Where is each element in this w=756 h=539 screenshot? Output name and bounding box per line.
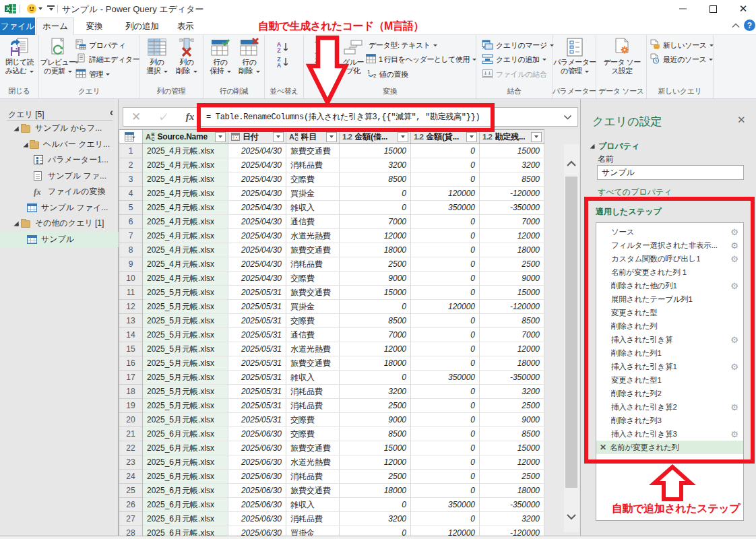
grid-cell[interactable]: 2025/05/31: [228, 342, 286, 356]
grid-cell[interactable]: 2025/04/30: [228, 243, 286, 257]
row-number-cell[interactable]: 25: [119, 484, 143, 498]
grid-cell[interactable]: 9000: [340, 272, 411, 286]
grid-cell[interactable]: 8500: [340, 427, 411, 441]
row-number-cell[interactable]: 11: [119, 286, 143, 300]
tab-view[interactable]: 表示: [170, 18, 201, 35]
query-name-input[interactable]: [597, 165, 744, 180]
grid-cell[interactable]: 2025_5月元帳.xlsx: [143, 385, 228, 399]
advanced-editor-button[interactable]: 詳細エディター: [75, 54, 139, 65]
grid-cell[interactable]: 2025/04/30: [228, 144, 286, 158]
combine-files-button[interactable]: ファイルの結合: [482, 69, 547, 80]
grid-cell[interactable]: 2025/04/30: [228, 257, 286, 272]
grid-cell[interactable]: 雑収入: [286, 371, 340, 385]
column-filter-icon[interactable]: [398, 132, 408, 142]
grid-cell[interactable]: 0: [411, 215, 480, 229]
column-filter-icon[interactable]: [326, 132, 337, 142]
grid-cell[interactable]: 旅費交通費: [286, 144, 340, 158]
grid-cell[interactable]: 0: [411, 144, 480, 158]
grid-cell[interactable]: 15000: [480, 286, 544, 300]
grid-cell[interactable]: 18000: [340, 243, 411, 257]
feedback-smiley-icon[interactable]: [27, 4, 36, 13]
grid-cell[interactable]: 2025_5月元帳.xlsx: [143, 314, 228, 328]
grid-cell[interactable]: 0: [411, 342, 480, 356]
grid-cell[interactable]: 350000: [411, 498, 480, 512]
row-number-cell[interactable]: 9: [119, 257, 143, 272]
grid-cell[interactable]: 2025/06/30: [228, 484, 286, 498]
tab-transform[interactable]: 変換: [75, 18, 113, 35]
grid-cell[interactable]: 2025_4月元帳.xlsx: [143, 272, 228, 286]
grid-cell[interactable]: 2025_5月元帳.xlsx: [143, 413, 228, 427]
grid-cell[interactable]: 交際費: [286, 272, 340, 286]
grid-cell[interactable]: 0: [411, 257, 480, 272]
grid-cell[interactable]: 2025_6月元帳.xlsx: [143, 455, 228, 470]
grid-cell[interactable]: 2025_4月元帳.xlsx: [143, 158, 228, 172]
grid-cell[interactable]: 2025/05/31: [228, 399, 286, 413]
grid-cell[interactable]: 2025/06/30: [228, 427, 286, 441]
row-number-cell[interactable]: 1: [119, 144, 143, 158]
grid-cell[interactable]: 9000: [480, 272, 544, 286]
grid-cell[interactable]: 7000: [340, 328, 411, 342]
grid-cell[interactable]: 2025_6月元帳.xlsx: [143, 512, 228, 526]
grid-cell[interactable]: 12000: [480, 229, 544, 243]
grid-cell[interactable]: 12000: [340, 455, 411, 470]
grid-cell[interactable]: 350000: [411, 371, 480, 385]
grid-cell[interactable]: 2025/06/30: [228, 526, 286, 536]
remove-rows-button[interactable]: 行の削除: [235, 36, 263, 75]
grid-cell[interactable]: 18000: [340, 484, 411, 498]
grid-cell[interactable]: 18000: [340, 356, 411, 371]
row-number-cell[interactable]: 20: [119, 413, 143, 427]
refresh-preview-button[interactable]: プレビューの更新: [41, 36, 75, 75]
keep-rows-button[interactable]: 行の保持: [206, 36, 234, 75]
row-number-cell[interactable]: 4: [119, 187, 143, 201]
grid-cell[interactable]: 0: [411, 158, 480, 172]
grid-cell[interactable]: 3200: [480, 158, 544, 172]
grid-cell[interactable]: 15000: [480, 144, 544, 158]
grid-cell[interactable]: 0: [340, 201, 411, 215]
row-number-cell[interactable]: 10: [119, 272, 143, 286]
grid-cell[interactable]: 2025_5月元帳.xlsx: [143, 342, 228, 356]
grid-cell[interactable]: 2025_5月元帳.xlsx: [143, 399, 228, 413]
grid-cell[interactable]: 0: [411, 328, 480, 342]
grid-cell[interactable]: 2025_4月元帳.xlsx: [143, 201, 228, 215]
grid-cell[interactable]: 120000: [411, 526, 480, 536]
grid-cell[interactable]: 2500: [480, 399, 544, 413]
collapse-ribbon-icon[interactable]: [732, 23, 741, 30]
grid-cell[interactable]: 買掛金: [286, 526, 340, 536]
grid-cell[interactable]: 2025/05/31: [228, 413, 286, 427]
merge-queries-button[interactable]: クエリのマージ: [482, 40, 554, 51]
close-and-load-button[interactable]: 閉じて読み込む: [3, 36, 36, 75]
grid-column-header[interactable]: 1.2金額(借...: [340, 130, 411, 144]
grid-cell[interactable]: 2500: [480, 470, 544, 484]
row-number-cell[interactable]: 2: [119, 158, 143, 172]
grid-cell[interactable]: 0: [411, 484, 480, 498]
maximize-button[interactable]: [701, 0, 724, 18]
grid-cell[interactable]: 7000: [480, 215, 544, 229]
row-number-cell[interactable]: 26: [119, 498, 143, 512]
grid-cell[interactable]: 2025_4月元帳.xlsx: [143, 187, 228, 201]
grid-cell[interactable]: 2025_6月元帳.xlsx: [143, 498, 228, 512]
grid-cell[interactable]: -120000: [480, 187, 544, 201]
grid-cell[interactable]: 3200: [480, 385, 544, 399]
grid-cell[interactable]: 0: [411, 385, 480, 399]
grid-cell[interactable]: 2025_6月元帳.xlsx: [143, 427, 228, 441]
grid-cell[interactable]: 12000: [340, 342, 411, 356]
grid-cell[interactable]: 2025_4月元帳.xlsx: [143, 144, 228, 158]
grid-cell[interactable]: 350000: [411, 201, 480, 215]
grid-cell[interactable]: 2025_5月元帳.xlsx: [143, 371, 228, 385]
grid-cell[interactable]: 2025_5月元帳.xlsx: [143, 300, 228, 314]
grid-cell[interactable]: 2025/06/30: [228, 512, 286, 526]
grid-cell[interactable]: 2025_4月元帳.xlsx: [143, 257, 228, 272]
grid-cell[interactable]: 0: [340, 300, 411, 314]
properties-button[interactable]: プロパティ: [75, 40, 125, 51]
grid-cell[interactable]: 買掛金: [286, 300, 340, 314]
grid-cell[interactable]: 交際費: [286, 427, 340, 441]
row-number-cell[interactable]: 15: [119, 342, 143, 356]
grid-cell[interactable]: 消耗品費: [286, 385, 340, 399]
grid-cell[interactable]: 18000: [480, 356, 544, 371]
choose-columns-button[interactable]: 列の選択: [143, 36, 171, 75]
grid-cell[interactable]: 120000: [411, 300, 480, 314]
grid-cell[interactable]: 3200: [340, 512, 411, 526]
grid-cell[interactable]: -120000: [480, 300, 544, 314]
tab-add-column[interactable]: 列の追加: [120, 18, 164, 35]
grid-cell[interactable]: -350000: [480, 201, 544, 215]
